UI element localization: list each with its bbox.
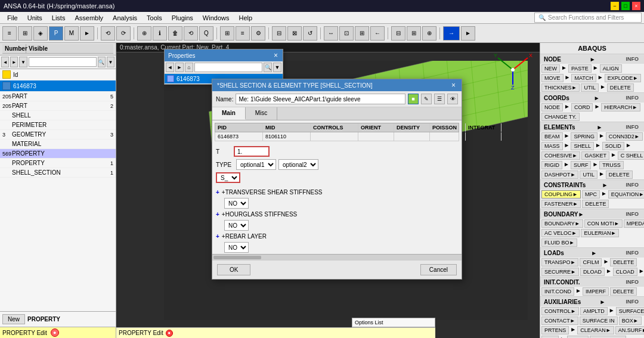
spring-btn[interactable]: SPRING [571,132,597,141]
match-btn[interactable]: MATCH [571,74,596,82]
panel-back-btn[interactable]: ◄ [1,57,9,67]
toolbar-btn-14[interactable]: ⊞ [220,26,234,41]
clearan-btn[interactable]: CLEARAN► [577,326,614,334]
tree-item-geometry[interactable]: 3 GEOMETRY 3 [0,130,116,139]
align-btn[interactable]: ALIGN [600,64,622,73]
transpo-btn[interactable]: TRANSPO► [541,258,578,266]
ok-button[interactable]: OK [217,264,250,275]
new-button[interactable]: New [2,314,25,324]
toolbar-btn-17[interactable]: ⊟ [272,26,286,41]
window-controls[interactable]: − □ × [611,2,640,10]
constraints-delete-btn[interactable]: DELETE [582,200,609,208]
sh2slco-btn[interactable]: SH2SLCO► [590,336,626,338]
transverse-select[interactable]: NO [224,198,249,209]
toolbar-btn-6[interactable]: ► [80,26,94,41]
hourglass-header[interactable]: + +HOURGLASS STIFFNESS [212,210,462,219]
prop-search-input[interactable] [194,63,262,72]
cfilm-btn[interactable]: CFILM [580,258,602,266]
panel-home-btn[interactable]: ▼ [19,57,27,67]
gasket-btn[interactable]: GASKET [581,151,609,160]
constraints-header[interactable]: CONSTRAINTs ► INFO [540,180,644,190]
prop-home-btn[interactable]: ⌂ [185,63,193,72]
toolbar-btn-22[interactable]: ⊞ [355,26,369,41]
shell-view-btn[interactable]: 👁 [447,94,458,104]
properties-close-btn[interactable]: × [273,51,279,60]
boundary-btn[interactable]: BOUNDARY► [541,219,583,228]
tree-item-part1[interactable]: 205 PART 5 [0,92,116,101]
truss-btn[interactable]: TRUSS [599,161,624,169]
loads-header[interactable]: LOADs ► INFO [540,248,644,258]
cohesive-btn[interactable]: COHESIVE► [541,151,580,160]
node-delete-btn[interactable]: DELETE [607,83,634,92]
ampltd-btn[interactable]: AMPLTD [580,307,608,315]
securre-btn[interactable]: SECURRE► [541,268,579,276]
toolbar-btn-18[interactable]: ⊠ [287,26,302,41]
surface-p-btn[interactable]: SURFACE P► [616,307,644,315]
rebar-layer-header[interactable]: + +REBAR LAYER [212,232,462,241]
prop-search-go-btn[interactable]: 🔍 [264,63,272,72]
tree-item-shell[interactable]: SHELL [0,111,116,120]
an-surf-btn[interactable]: AN.SURF► [615,326,644,334]
init-delete-btn[interactable]: DELETE [610,287,637,296]
panel-search-btn[interactable]: 🔍 [98,57,106,67]
thicknes-btn[interactable]: THICKNES► [541,83,580,92]
menu-plugins[interactable]: Plugins [167,13,198,23]
toolbar-btn-19[interactable]: ↺ [303,26,317,41]
menu-units[interactable]: Units [23,13,47,23]
elem-util-btn[interactable]: UTIL [580,170,597,179]
equation-btn[interactable]: EQUATION► [608,190,644,199]
tree-item-property2[interactable]: PROPERTY 1 [0,159,116,168]
dashpot-btn[interactable]: DASHPOT► [541,170,578,179]
search-bar[interactable]: 🔍 Search Functions and Filters [534,13,642,23]
auxiliaries-header[interactable]: AUXILIARIEs ► INFO [540,297,644,306]
dload-btn[interactable]: DLOAD [580,268,605,276]
paste-btn[interactable]: PASTE [568,64,592,73]
menu-analysis[interactable]: Analysis [108,13,142,23]
nmap-btn[interactable]: NMAP [567,336,589,338]
type-optional1-select[interactable]: optional1 [236,159,276,170]
toolbar-btn-2[interactable]: ⊞ [18,26,32,41]
elements-header[interactable]: ELEMENTs ► INFO [540,122,644,132]
toolbar-btn-5[interactable]: M [64,26,79,41]
init-cond-btn[interactable]: INIT.COND [541,287,574,296]
panel-forward-btn[interactable]: ► [10,57,18,67]
init-condit-header[interactable]: INIT.CONDIT. INFO [540,277,644,287]
panel-filter-btn[interactable]: ▼ [107,57,114,67]
toolbar-btn-4[interactable]: P [49,26,63,41]
toolbar-btn-15[interactable]: ≡ [236,26,250,41]
toolbar-btn-20[interactable]: ↔ [324,26,338,41]
menu-assembly[interactable]: Assembly [70,13,108,23]
shell-name-input[interactable] [236,94,405,104]
prop-forward-btn[interactable]: ► [175,63,184,72]
shell-close-btn[interactable]: × [450,81,457,89]
toolbar-btn-25[interactable]: ⊞ [407,26,421,41]
menu-file[interactable]: File [2,13,23,23]
tree-item-material[interactable]: MATERIAL [0,139,116,149]
t-input[interactable] [234,146,270,157]
rigid-btn[interactable]: RIGID [541,161,562,169]
solid-btn[interactable]: SOLID [602,142,624,150]
prop-settings-btn[interactable]: ▼ [273,63,281,72]
cord-btn[interactable]: CORD [571,103,593,111]
tree-item-shell-section[interactable]: SHELL_SECTION 1 [0,168,116,178]
elem-delete-btn[interactable]: DELETE [606,170,633,179]
toolbar-btn-10[interactable]: ℹ [153,26,167,41]
con-moti-btn[interactable]: CON MOTI► [584,219,623,228]
beam-btn[interactable]: BEAM [541,132,563,141]
tree-item-perimeter[interactable]: PERIMETER [0,120,116,130]
shell-edit-btn[interactable]: ✎ [421,94,432,104]
tree-item-part2[interactable]: 205 PART 2 [0,101,116,111]
coord-node-btn[interactable]: NODE [541,103,563,111]
toolbar-btn-13[interactable]: Q [199,26,213,41]
toolbar-btn-7[interactable]: ⟲ [101,26,115,41]
move-btn[interactable]: MOVE [541,74,564,82]
fluid-bo-btn[interactable]: FLUID BO► [541,238,577,247]
toolbar-btn-1[interactable]: ≡ [2,26,17,41]
tree-item-property[interactable]: 569 PROPERTY [0,149,116,159]
loads-delete-btn[interactable]: DELETE [610,258,637,266]
toolbar-btn-21[interactable]: ⊡ [339,26,354,41]
toolbar-btn-9[interactable]: ⊕ [137,26,151,41]
boundary-header[interactable]: BOUNDARY► INFO [540,209,644,219]
toolbar-btn-12[interactable]: ⟲ [184,26,198,41]
change-ty-btn[interactable]: CHANGE TY. [541,113,580,121]
